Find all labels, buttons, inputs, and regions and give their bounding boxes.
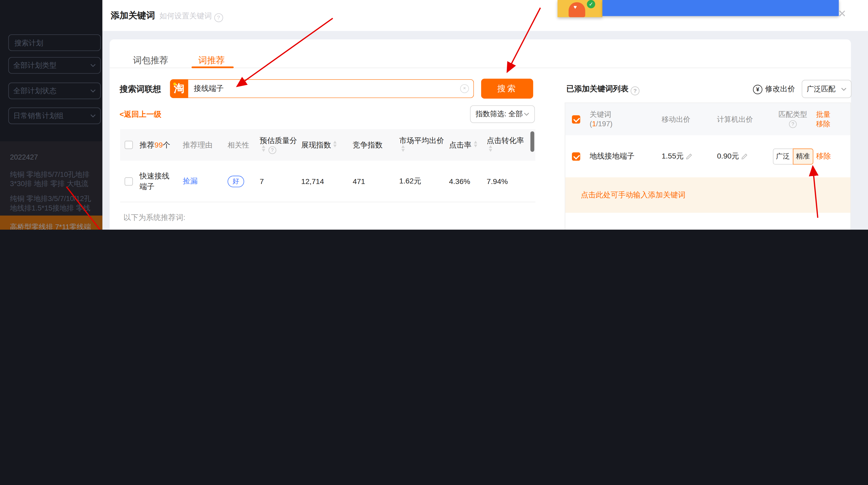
close-icon[interactable]: × [838, 6, 846, 20]
tab-word-recommend[interactable]: 词推荐 [198, 55, 225, 66]
modify-bid-button[interactable]: ¥ 修改出价 [753, 84, 795, 94]
chevron-down-icon [90, 64, 96, 67]
sidebar-filter-plan-status[interactable]: 全部计划状态 [8, 83, 101, 99]
sort-icon[interactable] [401, 145, 406, 151]
chevron-down-icon [90, 89, 96, 93]
match-type-dropdown[interactable]: 广泛匹配 [802, 80, 851, 98]
back-to-upper-level-link[interactable]: <返回上一级 [120, 110, 161, 120]
column-match-type: 匹配类型? [770, 110, 816, 128]
sidebar-item-plan-selected[interactable]: 高桥型零线排 7*11零线端子排 地排铜排配电箱接地接线端子 [0, 216, 102, 230]
sidebar-search-input[interactable] [13, 38, 102, 48]
system-recommend-note: 以下为系统推荐词: [120, 202, 535, 230]
mobile-bid-cell: 1.55元 [662, 151, 717, 161]
sidebar-filter-plan-group[interactable]: 日常销售计划组 [8, 108, 101, 124]
index-filter-value: 指数筛选: 全部 [476, 109, 523, 119]
cvr-cell: 7.94% [487, 177, 531, 186]
keyword-row[interactable]: 快速接线端子 捡漏 好 7 12,714 471 1.62元 4.36% 7.9… [120, 161, 535, 202]
column-quality-score[interactable]: 预估质量分 ? [259, 136, 299, 154]
table-scrollbar-thumb[interactable] [530, 131, 534, 152]
edit-pencil-icon[interactable] [685, 153, 692, 160]
sort-icon[interactable] [473, 140, 478, 147]
chevron-down-icon [524, 113, 529, 116]
pc-bid-cell: 0.90元 [717, 151, 770, 161]
column-market-avg-bid[interactable]: 市场平均出价 [399, 136, 449, 154]
recommended-keywords-table: 推荐99个 推荐理由 相关性 预估质量分 ? 展现指数 竞争指数 市场平均出价 … [120, 129, 535, 230]
keyword-search-field[interactable]: × [188, 79, 474, 98]
dialog-content-card: 词包推荐 词推荐 搜索词联想 淘 × 搜索 <返回上一级 指数筛选: 全部 推荐… [110, 39, 851, 230]
question-circle-icon: ? [789, 120, 797, 128]
index-filter-dropdown[interactable]: 指数筛选: 全部 [470, 105, 535, 123]
added-keyword-cell: 地线接地端子 [590, 151, 662, 161]
keyword-search-input[interactable] [188, 85, 460, 93]
column-impression-index[interactable]: 展现指数 [301, 140, 350, 149]
chevron-down-icon [841, 87, 846, 91]
match-exact-button-selected[interactable]: 精准 [793, 148, 813, 164]
sidebar-filter-plan-type[interactable]: 全部计划类型 [8, 57, 101, 74]
select-all-checkbox[interactable] [125, 141, 133, 149]
column-reason: 推荐理由 [183, 140, 222, 149]
bid-cell: 1.62元 [399, 176, 449, 186]
column-recommend-count: 推荐99个 [140, 140, 175, 150]
sidebar-item-plan[interactable]: 2022427 [0, 152, 102, 162]
match-broad-button[interactable]: 广泛 [773, 148, 793, 164]
column-competition-index: 竞争指数 [353, 140, 398, 149]
table-header-row: 推荐99个 推荐理由 相关性 预估质量分 ? 展现指数 竞争指数 市场平均出价 … [120, 129, 535, 161]
sort-icon[interactable] [488, 145, 493, 151]
column-cvr[interactable]: 点击转化率 [487, 136, 531, 154]
column-keyword: 关键词 (1/197) [590, 110, 662, 129]
batch-remove-button[interactable]: 批量移除 [816, 110, 831, 129]
column-mobile-bid: 移动出价 [662, 114, 717, 124]
sidebar: 全部计划类型 全部计划状态 日常销售计划组 2022427 纯铜 零地排5/7/… [0, 0, 102, 230]
row-checkbox-checked[interactable] [572, 152, 580, 161]
modify-bid-label: 修改出价 [765, 84, 795, 94]
check-badge-icon: ✓ [587, 0, 595, 8]
taobao-icon: 淘 [170, 79, 188, 98]
sidebar-search[interactable] [8, 34, 101, 51]
dialog-title: 添加关键词 [111, 10, 155, 22]
impressions-cell: 12,714 [301, 177, 350, 186]
added-keyword-row: 地线接地端子 1.55元 0.90元 广泛 精准 移除 [565, 135, 850, 177]
dialog-help-link[interactable]: 如何设置关键词? [159, 11, 223, 22]
added-keywords-panel: 关键词 (1/197) 移动出价 计算机出价 匹配类型? 批量移除 地线接地端子… [565, 103, 851, 230]
sort-icon[interactable] [333, 140, 338, 147]
yen-circle-icon: ¥ [753, 85, 762, 94]
clear-input-icon[interactable]: × [460, 84, 469, 93]
screen: 全部计划类型 全部计划状态 日常销售计划组 2022427 纯铜 零地排5/7/… [0, 0, 868, 230]
competition-cell: 471 [353, 177, 398, 186]
sort-icon[interactable] [261, 145, 267, 151]
edit-pencil-icon[interactable] [741, 153, 748, 160]
question-circle-icon: ? [268, 146, 276, 154]
row-checkbox[interactable] [125, 177, 133, 186]
browser-tooltip-bar-fragment [602, 0, 839, 16]
chevron-down-icon [90, 114, 96, 118]
manual-add-keyword-hint[interactable]: 点击此处可手动输入添加关键词 [565, 177, 850, 213]
question-circle-icon: ? [631, 86, 640, 95]
panel-select-all-checkbox[interactable] [572, 115, 580, 123]
column-ctr[interactable]: 点击率 [449, 140, 487, 149]
question-circle-icon: ? [214, 13, 223, 22]
active-tab-underline [192, 66, 234, 68]
sidebar-item-plan[interactable]: 纯铜 零地排5/7/10孔地排3*30排 地排 零排 大电流 接线端子 [0, 170, 102, 190]
panel-header-row: 关键词 (1/197) 移动出价 计算机出价 匹配类型? 批量移除 [565, 103, 850, 135]
match-dropdown-value: 广泛匹配 [807, 84, 835, 94]
keyword-cell: 快速接线端子 [140, 171, 175, 192]
relevance-badge: 好 [228, 175, 244, 187]
sidebar-item-plan[interactable]: 纯铜 零地排3/5/7/10/12孔 地线排1.5*15接地排 零线排 接线端子 [0, 194, 102, 214]
remove-link[interactable]: 移除 [816, 151, 831, 161]
heart-icon: ♥ [574, 4, 577, 10]
search-association-label: 搜索词联想 [120, 84, 161, 95]
quality-cell: 7 [259, 177, 299, 186]
filter-label: 日常销售计划组 [13, 111, 64, 121]
reason-link[interactable]: 捡漏 [183, 176, 222, 186]
column-pc-bid: 计算机出价 [717, 114, 770, 124]
column-relevance: 相关性 [228, 140, 259, 149]
taobao-icon-dot [173, 83, 176, 86]
ctr-cell: 4.36% [449, 177, 487, 186]
filter-label: 全部计划状态 [13, 86, 57, 96]
tab-word-package[interactable]: 词包推荐 [133, 55, 168, 66]
added-keywords-title: 已添加关键词列表? [566, 84, 640, 95]
filter-label: 全部计划类型 [13, 60, 57, 70]
help-label: 如何设置关键词 [159, 11, 212, 20]
search-button[interactable]: 搜索 [481, 79, 533, 99]
